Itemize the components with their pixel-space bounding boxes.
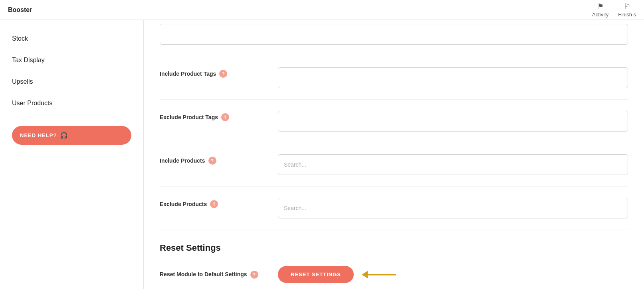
include-products-label: Include Products bbox=[160, 157, 205, 164]
reset-module-label: Reset Module to Default Settings bbox=[160, 271, 247, 279]
include-product-tags-help-icon[interactable]: ? bbox=[219, 70, 227, 78]
top-input-row bbox=[160, 20, 628, 56]
top-partial-input[interactable] bbox=[160, 24, 628, 45]
reset-arrow-indicator bbox=[362, 271, 396, 279]
include-products-label-area: Include Products ? bbox=[160, 154, 271, 165]
activity-label: Activity bbox=[592, 12, 608, 18]
exclude-products-row: Exclude Products ? bbox=[160, 187, 628, 230]
exclude-products-label: Exclude Products bbox=[160, 201, 207, 207]
exclude-product-tags-input-area bbox=[278, 111, 628, 132]
exclude-product-tags-label: Exclude Product Tags bbox=[160, 114, 218, 120]
reset-action-area: RESET SETTINGS bbox=[278, 266, 396, 283]
reset-label-area: Reset Module to Default Settings ? bbox=[160, 271, 271, 279]
exclude-product-tags-help-icon[interactable]: ? bbox=[221, 113, 229, 121]
finish-label: Finish s bbox=[618, 12, 636, 18]
need-help-label: NEED HELP? bbox=[20, 132, 57, 138]
exclude-products-input-area bbox=[278, 198, 628, 218]
sidebar-item-tax-display[interactable]: Tax Display bbox=[0, 49, 143, 71]
include-product-tags-input-area bbox=[278, 67, 628, 88]
sidebar-item-stock[interactable]: Stock bbox=[0, 28, 143, 49]
include-product-tags-label-area: Include Product Tags ? bbox=[160, 67, 271, 78]
reset-settings-row: Reset Module to Default Settings ? RESET… bbox=[160, 256, 628, 289]
sidebar-item-upsells[interactable]: Upsells bbox=[0, 71, 143, 92]
sidebar: Stock Tax Display Upsells User Products … bbox=[0, 20, 144, 289]
exclude-product-tags-row: Exclude Product Tags ? bbox=[160, 100, 628, 143]
reset-settings-heading: Reset Settings bbox=[160, 230, 628, 256]
need-help-button[interactable]: NEED HELP? 🎧 bbox=[12, 126, 131, 145]
arrow-head-icon bbox=[362, 271, 368, 279]
include-products-help-icon[interactable]: ? bbox=[208, 157, 216, 165]
top-bar: Booster ⚑ Activity ⚐ Finish s bbox=[0, 0, 644, 20]
exclude-product-tags-input[interactable] bbox=[278, 111, 628, 132]
finish-icon: ⚐ bbox=[624, 2, 630, 11]
exclude-product-tags-label-area: Exclude Product Tags ? bbox=[160, 111, 271, 121]
main-content: Include Product Tags ? Exclude Product T… bbox=[144, 20, 644, 289]
include-product-tags-input[interactable] bbox=[278, 67, 628, 88]
sidebar-item-user-products[interactable]: User Products bbox=[0, 92, 143, 114]
finish-nav-item[interactable]: ⚐ Finish s bbox=[618, 2, 636, 18]
reset-settings-button[interactable]: RESET SETTINGS bbox=[278, 266, 354, 283]
layout: Stock Tax Display Upsells User Products … bbox=[0, 20, 644, 289]
arrow-shaft bbox=[368, 274, 396, 275]
exclude-products-help-icon[interactable]: ? bbox=[210, 200, 218, 208]
headphone-icon: 🎧 bbox=[60, 132, 68, 139]
activity-icon: ⚑ bbox=[597, 2, 604, 11]
include-products-input-area bbox=[278, 154, 628, 175]
include-product-tags-label: Include Product Tags bbox=[160, 71, 216, 77]
top-bar-nav: ⚑ Activity ⚐ Finish s bbox=[592, 2, 636, 18]
activity-nav-item[interactable]: ⚑ Activity bbox=[592, 2, 608, 18]
include-products-row: Include Products ? bbox=[160, 143, 628, 187]
reset-module-help-icon[interactable]: ? bbox=[250, 271, 258, 279]
exclude-products-label-area: Exclude Products ? bbox=[160, 198, 271, 208]
brand-logo: Booster bbox=[8, 6, 32, 14]
include-product-tags-row: Include Product Tags ? bbox=[160, 56, 628, 100]
exclude-products-input[interactable] bbox=[278, 198, 628, 218]
include-products-input[interactable] bbox=[278, 154, 628, 175]
